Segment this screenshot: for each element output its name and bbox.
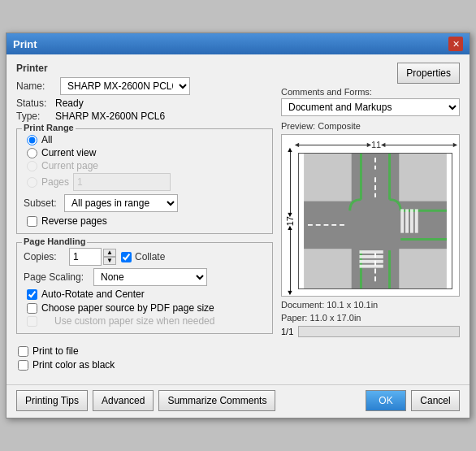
- footer-right: OK Cancel: [366, 390, 460, 411]
- preview-container: 11 17: [281, 134, 460, 297]
- copies-label: Copies:: [24, 251, 64, 262]
- pages-label: Pages: [41, 176, 69, 188]
- status-row: Status: Ready: [16, 98, 273, 109]
- print-color-row: Print color as black: [16, 359, 273, 371]
- current-view-radio[interactable]: [27, 148, 37, 158]
- auto-rotate-checkbox[interactable]: [27, 289, 37, 300]
- choose-paper-row: Choose paper source by PDF page size: [24, 302, 266, 314]
- print-range-group: Print Range All Current view Current pag…: [16, 128, 273, 234]
- page-scaling-select[interactable]: None: [93, 268, 207, 286]
- custom-paper-label: Use custom paper size when needed: [41, 315, 214, 327]
- comments-label: Comments and Forms:: [281, 87, 460, 97]
- progress-row: 1/1: [281, 326, 460, 337]
- print-color-checkbox[interactable]: [18, 360, 28, 371]
- custom-paper-checkbox[interactable]: [27, 316, 37, 327]
- svg-rect-15: [359, 255, 383, 258]
- spinner-up[interactable]: ▲: [103, 249, 116, 257]
- print-range-title: Print Range: [22, 123, 76, 132]
- svg-rect-3: [352, 202, 400, 249]
- comments-section: Comments and Forms: Document and Markups: [281, 87, 460, 116]
- page-handling-title: Page Handling: [22, 236, 87, 246]
- width-dimension: 11: [298, 140, 454, 150]
- page-num: 1/1: [281, 327, 293, 336]
- type-row: Type: SHARP MX-2600N PCL6: [16, 111, 273, 122]
- printer-name-select[interactable]: SHARP MX-2600N PCL6: [60, 77, 190, 95]
- status-value: Ready: [55, 98, 84, 109]
- print-to-file-checkbox[interactable]: [18, 346, 28, 357]
- reverse-pages-checkbox[interactable]: [27, 216, 37, 227]
- current-view-label: Current view: [41, 147, 96, 158]
- type-label: Type:: [16, 111, 49, 122]
- comments-select[interactable]: Document and Markups: [281, 98, 460, 116]
- dialog-footer: Printing Tips Advanced Summarize Comment…: [6, 384, 470, 418]
- summarize-button[interactable]: Summarize Comments: [158, 390, 275, 411]
- properties-button[interactable]: Properties: [397, 63, 460, 84]
- subset-label: Subset:: [24, 197, 59, 209]
- printer-section: Printer Name: SHARP MX-2600N PCL6 Status…: [16, 63, 273, 124]
- left-panel: Printer Name: SHARP MX-2600N PCL6 Status…: [16, 63, 273, 373]
- height-arrow-vert2: [290, 229, 291, 291]
- printer-name-row: Name: SHARP MX-2600N PCL6: [16, 77, 273, 95]
- preview-label: Preview: Composite: [281, 121, 460, 131]
- preview-svg: [299, 154, 452, 288]
- reverse-pages-row: Reverse pages: [24, 215, 266, 227]
- all-label: All: [41, 134, 52, 145]
- copies-wrap: ▲ ▼: [69, 248, 116, 266]
- current-page-radio[interactable]: [27, 161, 37, 171]
- name-label: Name:: [16, 80, 55, 92]
- collate-wrap: Collate: [121, 251, 174, 262]
- print-color-label: Print color as black: [32, 359, 115, 371]
- preview-section: Preview: Composite 11 17: [281, 121, 460, 337]
- spinner-down[interactable]: ▼: [103, 257, 116, 265]
- svg-rect-14: [359, 250, 383, 254]
- pages-radio[interactable]: [27, 177, 37, 188]
- printing-tips-button[interactable]: Printing Tips: [16, 390, 88, 411]
- height-arrow-vert: [290, 151, 291, 213]
- dialog-body: Printer Name: SHARP MX-2600N PCL6 Status…: [6, 54, 470, 381]
- progress-bar: [298, 326, 460, 337]
- page-handling-group: Page Handling Copies: ▲ ▼ Collate: [16, 242, 273, 334]
- page-scaling-row: Page Scaling: None: [24, 268, 266, 286]
- choose-paper-label: Choose paper source by PDF page size: [41, 302, 214, 314]
- current-view-radio-row: Current view: [24, 147, 266, 158]
- print-to-file-label: Print to file: [32, 345, 79, 357]
- collate-checkbox[interactable]: [121, 252, 132, 262]
- choose-paper-checkbox[interactable]: [27, 303, 37, 314]
- subset-select[interactable]: All pages in range: [64, 194, 178, 212]
- dialog-title: Print: [13, 38, 37, 50]
- title-bar: Print ✕: [6, 33, 470, 54]
- copies-input[interactable]: [69, 248, 102, 266]
- right-panel: Properties Comments and Forms: Document …: [281, 63, 460, 373]
- status-label: Status:: [16, 98, 49, 109]
- close-button[interactable]: ✕: [448, 37, 463, 51]
- svg-rect-12: [410, 209, 413, 232]
- paper-info: Paper: 11.0 x 17.0in: [281, 313, 460, 323]
- advanced-button[interactable]: Advanced: [93, 390, 154, 411]
- svg-rect-10: [400, 209, 404, 232]
- reverse-pages-label: Reverse pages: [41, 215, 107, 227]
- height-dimension: 17: [285, 151, 295, 291]
- all-radio[interactable]: [27, 135, 37, 145]
- print-to-file-row: Print to file: [16, 345, 273, 357]
- width-arrow-line: [298, 145, 368, 145]
- pages-radio-row: Pages: [24, 173, 266, 191]
- all-radio-row: All: [24, 134, 266, 145]
- print-dialog: Print ✕ Printer Name: SHARP MX-2600N PCL…: [6, 33, 470, 418]
- doc-info: Document: 10.1 x 10.1in: [281, 300, 460, 310]
- collate-label: Collate: [135, 251, 174, 262]
- pages-input[interactable]: [73, 173, 171, 191]
- page-scaling-label: Page Scaling:: [24, 271, 89, 283]
- spinner: ▲ ▼: [103, 249, 116, 265]
- bottom-checks: Print to file Print color as black: [16, 345, 273, 373]
- copies-row: Copies: ▲ ▼ Collate: [24, 248, 266, 266]
- svg-rect-17: [359, 265, 383, 268]
- current-page-label: Current page: [41, 160, 98, 171]
- right-top: Properties Comments and Forms: Document …: [281, 63, 460, 116]
- cancel-button[interactable]: Cancel: [411, 390, 460, 411]
- subset-row: Subset: All pages in range: [24, 194, 266, 212]
- width-arrow-line2: [384, 145, 454, 145]
- footer-left: Printing Tips Advanced Summarize Comment…: [16, 390, 275, 411]
- ok-button[interactable]: OK: [366, 390, 406, 411]
- current-page-radio-row: Current page: [24, 160, 266, 171]
- svg-rect-16: [359, 260, 383, 263]
